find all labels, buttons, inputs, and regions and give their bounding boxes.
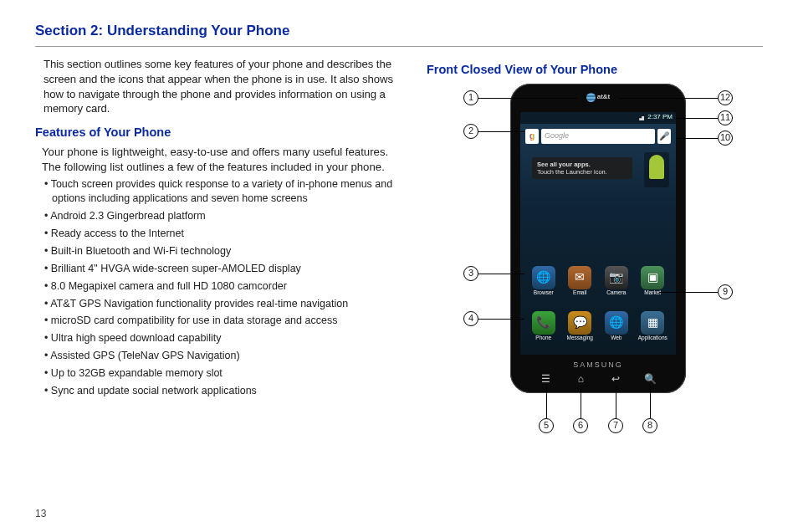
home-key-icon: ⌂ — [571, 372, 590, 386]
lead-8 — [650, 386, 651, 418]
tip-body: Touch the Launcher icon. — [537, 168, 627, 176]
section-title: Section 2: Understanding Your Phone — [35, 22, 763, 47]
callout-8: 8 — [642, 418, 657, 433]
app-messaging: 💬Messaging — [565, 311, 594, 342]
app-applications: ▦Applications — [638, 311, 667, 342]
lead-7 — [616, 386, 616, 418]
features-heading: Features of Your Phone — [35, 125, 403, 141]
messaging-icon: 💬 — [568, 311, 591, 335]
callout-12: 12 — [718, 90, 733, 105]
right-column: Front Closed View of Your Phone at&t 2:3… — [427, 57, 778, 443]
tip-bubble: See all your apps. Touch the Launcher ic… — [532, 157, 632, 179]
phone-screen: 2:37 PM g Google 🎤 See all your apps. To… — [520, 112, 676, 355]
signal-icon — [637, 115, 644, 120]
feature-item: Brilliant 4" HVGA wide-screen super-AMOL… — [42, 262, 403, 276]
page-number: 13 — [35, 507, 46, 520]
lead-3 — [478, 274, 524, 274]
feature-item: Sync and update social network applicati… — [42, 384, 403, 398]
app-row-1: 🌐Browser ✉Email 📷Camera ▣Market — [525, 266, 671, 297]
callout-1: 1 — [463, 90, 478, 105]
applications-icon: ▦ — [641, 311, 664, 335]
phone-body: at&t 2:37 PM g Google 🎤 See all your app… — [510, 84, 686, 393]
search-input: Google — [541, 129, 655, 144]
feature-item: 8.0 Megapixel camera and full HD 1080 ca… — [42, 279, 403, 294]
phone-diagram: at&t 2:37 PM g Google 🎤 See all your app… — [435, 84, 778, 443]
lead-12 — [619, 98, 718, 99]
feature-item: Built-in Bluetooth and Wi-Fi technology — [42, 244, 403, 258]
lead-5 — [546, 386, 547, 418]
left-column: This section outlines some key features … — [35, 57, 403, 443]
lead-6 — [581, 386, 581, 418]
feature-item: Ultra high speed download capability — [42, 331, 403, 345]
app-browser: 🌐Browser — [529, 266, 558, 297]
market-icon: ▣ — [641, 266, 664, 289]
feature-item: AT&T GPS Navigation functionality provid… — [42, 297, 403, 311]
callout-2: 2 — [463, 124, 478, 139]
carrier-text: at&t — [597, 93, 611, 102]
callout-11: 11 — [718, 110, 733, 125]
callout-5: 5 — [539, 418, 554, 433]
app-camera: 📷Camera — [602, 266, 631, 297]
android-widget — [644, 152, 669, 187]
lead-11 — [676, 118, 718, 119]
callout-4: 4 — [463, 311, 478, 326]
intro-paragraph: This section outlines some key features … — [35, 57, 403, 116]
lead-10 — [676, 138, 718, 139]
lead-1 — [478, 98, 577, 99]
front-view-heading: Front Closed View of Your Phone — [427, 62, 778, 79]
lead-4 — [478, 319, 524, 320]
app-web: 🌐Web — [602, 311, 631, 342]
app-row-2: 📞Phone 💬Messaging 🌐Web ▦Applications — [525, 311, 671, 342]
feature-item: Assisted GPS (TeleNav GPS Navigation) — [42, 349, 403, 363]
feature-item: Up to 32GB expandable memory slot — [42, 366, 403, 381]
att-globe-icon — [586, 93, 596, 102]
status-time: 2:37 PM — [647, 113, 673, 122]
search-mic-icon: 🎤 — [657, 129, 671, 144]
feature-item: Android 2.3 Gingerbread platform — [42, 209, 403, 223]
camera-icon: 📷 — [605, 266, 628, 289]
tip-title: See all your apps. — [537, 161, 627, 168]
phone-icon: 📞 — [532, 311, 555, 335]
app-phone: 📞Phone — [529, 311, 558, 342]
callout-6: 6 — [573, 418, 588, 433]
feature-item: Ready access to the Internet — [42, 227, 403, 241]
search-key-icon: 🔍 — [641, 372, 659, 386]
features-list: Touch screen provides quick response to … — [35, 177, 403, 397]
feature-item: Touch screen provides quick response to … — [42, 177, 403, 206]
web-icon: 🌐 — [605, 311, 628, 335]
email-icon: ✉ — [568, 266, 591, 289]
app-email: ✉Email — [565, 266, 594, 297]
carrier-logo: at&t — [577, 92, 619, 104]
features-intro: Your phone is lightweight, easy-to-use a… — [35, 145, 403, 175]
lead-2 — [478, 131, 524, 132]
feature-item: microSD card compatibility for use in da… — [42, 314, 403, 328]
browser-icon: 🌐 — [532, 266, 555, 289]
google-g-icon: g — [525, 129, 539, 144]
soft-keys-row: ☰ ⌂ ↩ 🔍 — [529, 372, 668, 386]
callout-3: 3 — [463, 266, 478, 281]
google-search-widget: g Google 🎤 — [525, 129, 671, 144]
callout-7: 7 — [608, 418, 623, 433]
android-icon — [649, 161, 664, 179]
status-bar: 2:37 PM — [520, 112, 676, 124]
callout-9: 9 — [718, 284, 733, 299]
back-key-icon: ↩ — [606, 372, 625, 386]
phone-brand: SAMSUNG — [510, 360, 686, 370]
callout-10: 10 — [718, 130, 733, 146]
menu-key-icon: ☰ — [537, 372, 555, 386]
lead-9 — [659, 292, 718, 293]
